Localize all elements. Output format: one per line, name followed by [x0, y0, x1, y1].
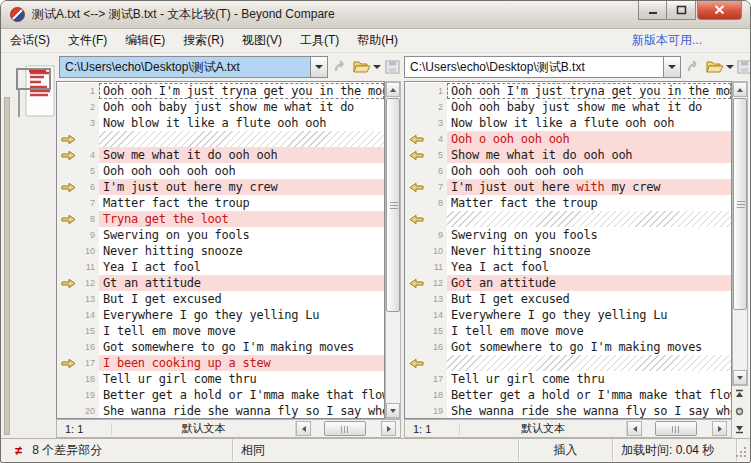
- scroll-left-button[interactable]: [296, 421, 311, 436]
- right-browse-button[interactable]: [706, 58, 724, 76]
- missing-line-hatch[interactable]: [99, 131, 384, 147]
- line-text[interactable]: Tell ur girl come thru: [99, 371, 384, 387]
- line-text[interactable]: Ooh ooh ooh ooh ooh: [99, 163, 384, 179]
- line-text[interactable]: Everywhere I go they yelling Lu: [447, 307, 731, 323]
- left-browse-button[interactable]: [353, 58, 371, 76]
- left-swap-button[interactable]: [332, 58, 350, 76]
- menu-item-view[interactable]: 视图(V): [233, 28, 291, 53]
- missing-line-hatch[interactable]: [447, 355, 731, 371]
- line-text[interactable]: Ooh ooh I'm just tryna get you in the mo…: [99, 83, 384, 99]
- title-bar[interactable]: 测试A.txt <--> 测试B.txt - 文本比较(T) - Beyond …: [1, 1, 750, 29]
- new-version-link[interactable]: 新版本可用...: [632, 32, 702, 49]
- right-vertical-scrollbar[interactable]: [732, 81, 748, 386]
- line-text[interactable]: I'm just out here with my crew: [447, 179, 731, 195]
- line-text[interactable]: Yea I act fool: [99, 259, 384, 275]
- line-text[interactable]: Gt an attitude: [99, 275, 384, 291]
- menu-item-tools[interactable]: 工具(T): [291, 28, 348, 53]
- menu-item-file[interactable]: 文件(F): [59, 28, 116, 53]
- menu-item-help[interactable]: 帮助(H): [348, 28, 407, 53]
- next-difference-button[interactable]: [732, 420, 747, 437]
- scrollbar-thumb[interactable]: [324, 421, 366, 436]
- line-text[interactable]: Tell ur girl come thru: [447, 371, 731, 387]
- line-text[interactable]: Better get a hold or I'mma make that flo…: [99, 387, 384, 403]
- marker-column: [405, 243, 427, 259]
- center-current-difference-button[interactable]: [732, 403, 747, 420]
- left-format-label[interactable]: 默认文本: [112, 421, 296, 436]
- scrollbar-thumb[interactable]: [386, 98, 400, 312]
- line-text[interactable]: Show me what it do ooh ooh: [447, 147, 731, 163]
- line-text[interactable]: But I get excused: [447, 291, 731, 307]
- line-text[interactable]: Matter fact the troup: [447, 195, 731, 211]
- line-text[interactable]: She wanna ride she wanna fly so I say wh…: [447, 403, 731, 419]
- text-line-row: 4Sow me what it do ooh ooh: [57, 147, 384, 163]
- line-text[interactable]: Never hitting snooze: [99, 243, 384, 259]
- line-text[interactable]: Better get a hold or I'mma make that flo…: [447, 387, 731, 403]
- right-file-path-input[interactable]: C:\Users\echo\Desktop\测试B.txt: [404, 56, 664, 78]
- line-text[interactable]: I been cooking up a stew: [99, 355, 384, 371]
- line-text[interactable]: Got somewhere to go I'm making moves: [447, 339, 731, 355]
- scroll-down-button[interactable]: [733, 370, 747, 385]
- line-text[interactable]: Ooh ooh I'm just tryna get you in the mo…: [447, 83, 731, 99]
- left-file-path-input[interactable]: C:\Users\echo\Desktop\测试A.txt: [59, 56, 311, 78]
- line-text[interactable]: I tell em move move: [99, 323, 384, 339]
- line-text[interactable]: I tell em move move: [447, 323, 731, 339]
- minimize-button[interactable]: [638, 1, 667, 20]
- scroll-up-button[interactable]: [386, 82, 400, 97]
- menu-item-session[interactable]: 会话(S): [1, 28, 59, 53]
- line-text[interactable]: Now blow it like a flute ooh ooh: [99, 115, 384, 131]
- missing-line-hatch[interactable]: [447, 211, 731, 227]
- line-number: 7: [427, 179, 447, 195]
- right-path-dropdown-button[interactable]: [664, 56, 681, 78]
- close-button[interactable]: [697, 1, 742, 20]
- scroll-right-button[interactable]: [381, 421, 396, 436]
- previous-difference-button[interactable]: [732, 386, 747, 403]
- line-text[interactable]: Swerving on you fools: [447, 227, 731, 243]
- right-format-label[interactable]: 默认文本: [460, 421, 627, 436]
- menu-item-search[interactable]: 搜索(R): [174, 28, 233, 53]
- right-horizontal-scrollbar[interactable]: [627, 421, 727, 436]
- line-text[interactable]: Everywhere I go they yelling Lu: [99, 307, 384, 323]
- diff-arrow-icon: [405, 275, 427, 291]
- right-swap-button[interactable]: [685, 58, 703, 76]
- left-vertical-scrollbar[interactable]: [385, 81, 401, 419]
- scroll-up-button[interactable]: [733, 82, 747, 97]
- text-line-row: 19She wanna ride she wanna fly so I say …: [405, 403, 731, 419]
- scroll-down-button[interactable]: [386, 403, 400, 418]
- overview-map-strip[interactable]: [4, 97, 10, 435]
- left-horizontal-scrollbar[interactable]: [296, 421, 396, 436]
- line-text[interactable]: She wanna ride she wanna fly so I say wh…: [99, 403, 384, 419]
- maximize-button[interactable]: [667, 1, 696, 20]
- right-save-button[interactable]: [735, 58, 751, 76]
- line-text[interactable]: Never hitting snooze: [447, 243, 731, 259]
- diff-arrow-icon: [405, 179, 427, 195]
- diff-arrow-icon: [57, 355, 79, 371]
- marker-column: [57, 323, 79, 339]
- line-text[interactable]: Tryna get the loot: [99, 211, 384, 227]
- left-save-button[interactable]: [383, 58, 401, 76]
- line-text[interactable]: Matter fact the troup: [99, 195, 384, 211]
- line-text[interactable]: Ooh ooh baby just show me what it do: [447, 99, 731, 115]
- left-path-dropdown-button[interactable]: [311, 56, 328, 78]
- scrollbar-thumb[interactable]: [655, 421, 697, 436]
- left-browse-dropdown-button[interactable]: [371, 58, 383, 76]
- menu-item-edit[interactable]: 编辑(E): [116, 28, 174, 53]
- right-pane-status-bar: 1: 1 默认文本: [404, 419, 732, 438]
- line-text[interactable]: Got an attitude: [447, 275, 731, 291]
- line-text[interactable]: Ooh o ooh ooh ooh: [447, 131, 731, 147]
- resize-grip[interactable]: [735, 446, 747, 458]
- line-text[interactable]: But I get excused: [99, 291, 384, 307]
- line-number: 4: [79, 147, 99, 163]
- scrollbar-thumb[interactable]: [733, 98, 747, 310]
- line-text[interactable]: Now blow it like a flute ooh ooh: [447, 115, 731, 131]
- line-text[interactable]: I'm just out here my crew: [99, 179, 384, 195]
- scroll-left-button[interactable]: [627, 421, 642, 436]
- line-number: [79, 131, 99, 147]
- line-text[interactable]: Yea I act fool: [447, 259, 731, 275]
- scroll-right-button[interactable]: [712, 421, 727, 436]
- line-text[interactable]: Got somewhere to go I'm making moves: [99, 339, 384, 355]
- not-equal-icon: ≠: [15, 443, 22, 458]
- line-text[interactable]: Swerving on you fools: [99, 227, 384, 243]
- line-text[interactable]: Ooh ooh ooh ooh ooh: [447, 163, 731, 179]
- line-text[interactable]: Ooh ooh baby just show me what it do: [99, 99, 384, 115]
- line-text[interactable]: Sow me what it do ooh ooh: [99, 147, 384, 163]
